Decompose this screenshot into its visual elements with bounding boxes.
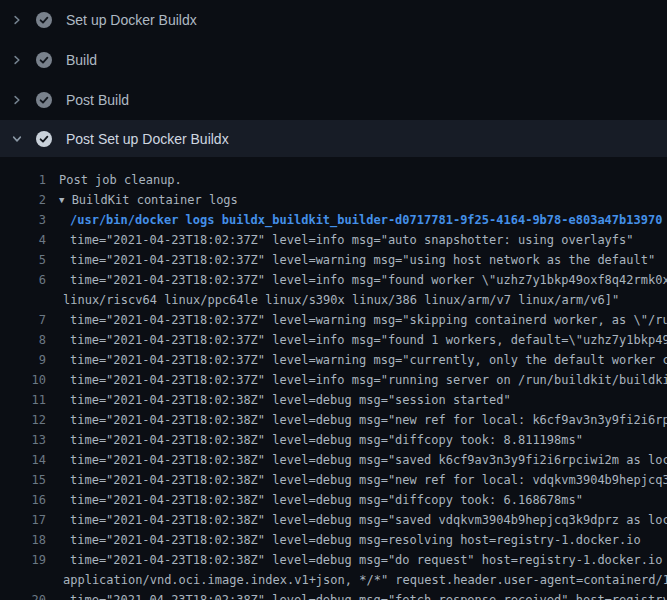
log-line: 1 Post job cleanup.	[0, 170, 667, 190]
log-line-text: /usr/bin/docker logs buildx_buildkit_bui…	[70, 210, 662, 230]
step-label: Build	[66, 52, 97, 68]
log-line-text: linux/riscv64 linux/ppc64le linux/s390x …	[63, 290, 619, 310]
check-circle-icon	[36, 131, 52, 147]
log-line-number[interactable]: 13	[0, 430, 46, 450]
log-line: 3 /usr/bin/docker logs buildx_buildkit_b…	[0, 210, 667, 230]
check-circle-icon	[36, 52, 52, 68]
log-line-text: time="2021-04-23T18:02:38Z" level=debug …	[70, 490, 583, 510]
log-line-text: time="2021-04-23T18:02:38Z" level=debug …	[70, 430, 583, 450]
log-line: 7 time="2021-04-23T18:02:37Z" level=warn…	[0, 310, 667, 330]
log-line-text: time="2021-04-23T18:02:37Z" level=info m…	[70, 270, 667, 290]
log-line-number[interactable]	[0, 570, 46, 590]
log-line-text: time="2021-04-23T18:02:37Z" level=info m…	[70, 230, 634, 250]
log-line-number[interactable]: 8	[0, 330, 46, 350]
log-line: 16 time="2021-04-23T18:02:38Z" level=deb…	[0, 490, 667, 510]
log-line-text: time="2021-04-23T18:02:37Z" level=info m…	[70, 330, 667, 350]
step-header[interactable]: Post Build	[0, 80, 667, 120]
log-line-text: time="2021-04-23T18:02:38Z" level=debug …	[70, 390, 511, 410]
log-line-number[interactable]: 12	[0, 410, 46, 430]
log-line-text: time="2021-04-23T18:02:37Z" level=info m…	[70, 370, 667, 390]
log-line: 12 time="2021-04-23T18:02:38Z" level=deb…	[0, 410, 667, 430]
log-line-number[interactable]: 4	[0, 230, 46, 250]
log-line-text: time="2021-04-23T18:02:37Z" level=warnin…	[70, 350, 667, 370]
log-line-text: time="2021-04-23T18:02:37Z" level=warnin…	[70, 310, 667, 330]
log-line-text: time="2021-04-23T18:02:38Z" level=debug …	[70, 410, 667, 430]
log-line: 6 time="2021-04-23T18:02:37Z" level=info…	[0, 270, 667, 290]
log-line-number[interactable]: 14	[0, 450, 46, 470]
log-line-text: time="2021-04-23T18:02:38Z" level=debug …	[70, 450, 667, 470]
log-line-text: time="2021-04-23T18:02:37Z" level=warnin…	[70, 250, 655, 270]
log-line: 14 time="2021-04-23T18:02:38Z" level=deb…	[0, 450, 667, 470]
log-line-number[interactable]: 7	[0, 310, 46, 330]
log-line-number[interactable]: 9	[0, 350, 46, 370]
log-line-number[interactable]: 10	[0, 370, 46, 390]
chevron-right-icon	[10, 13, 24, 27]
log-line-number[interactable]: 16	[0, 490, 46, 510]
log-line-text: time="2021-04-23T18:02:38Z" level=debug …	[70, 550, 667, 570]
chevron-down-icon	[10, 132, 24, 146]
step-header[interactable]: Set up Docker Buildx	[0, 0, 667, 40]
log-line-text: time="2021-04-23T18:02:38Z" level=debug …	[70, 590, 667, 600]
log-line: 10 time="2021-04-23T18:02:37Z" level=inf…	[0, 370, 667, 390]
log-line: 11 time="2021-04-23T18:02:38Z" level=deb…	[0, 390, 667, 410]
step-header[interactable]: Build	[0, 40, 667, 80]
log-line-number[interactable]: 18	[0, 530, 46, 550]
step-label: Post Build	[66, 92, 129, 108]
log-line-number[interactable]: 19	[0, 550, 46, 570]
log-line-number[interactable]: 11	[0, 390, 46, 410]
log-line: linux/riscv64 linux/ppc64le linux/s390x …	[0, 290, 667, 310]
step-header[interactable]: Post Set up Docker Buildx	[0, 120, 667, 157]
log-line-text: Post job cleanup.	[59, 170, 182, 190]
log-line: 2 ▼ BuildKit container logs	[0, 190, 667, 210]
log-line: 9 time="2021-04-23T18:02:37Z" level=warn…	[0, 350, 667, 370]
log-line: 8 time="2021-04-23T18:02:37Z" level=info…	[0, 330, 667, 350]
log-line: 5 time="2021-04-23T18:02:37Z" level=warn…	[0, 250, 667, 270]
log-line-text: time="2021-04-23T18:02:38Z" level=debug …	[70, 510, 667, 530]
log-line-number[interactable]: 17	[0, 510, 46, 530]
log-line: application/vnd.oci.image.index.v1+json,…	[0, 570, 667, 590]
actions-log-viewer: Set up Docker Buildx Build P	[0, 0, 667, 600]
log-line-number[interactable]: 6	[0, 270, 46, 290]
step-list: Set up Docker Buildx Build P	[0, 0, 667, 157]
log-line-number[interactable]: 1	[0, 170, 46, 190]
log-line-text: application/vnd.oci.image.index.v1+json,…	[63, 570, 667, 590]
group-toggle-icon[interactable]: ▼	[59, 190, 64, 210]
log-line: 18 time="2021-04-23T18:02:38Z" level=deb…	[0, 530, 667, 550]
log-line-text: time="2021-04-23T18:02:38Z" level=debug …	[70, 470, 667, 490]
log-line: 19 time="2021-04-23T18:02:38Z" level=deb…	[0, 550, 667, 570]
log-line-number[interactable]: 5	[0, 250, 46, 270]
log-panel: 1 Post job cleanup. 2 ▼ BuildKit contain…	[0, 170, 667, 600]
check-circle-icon	[36, 12, 52, 28]
log-line-number[interactable]: 3	[0, 210, 46, 230]
log-line-number[interactable]	[0, 290, 46, 310]
log-line: 20 time="2021-04-23T18:02:38Z" level=deb…	[0, 590, 667, 600]
chevron-right-icon	[10, 93, 24, 107]
log-line-text: ▼ BuildKit container logs	[59, 190, 238, 210]
log-line-number[interactable]: 20	[0, 590, 46, 600]
log-line: 17 time="2021-04-23T18:02:38Z" level=deb…	[0, 510, 667, 530]
log-line-number[interactable]: 15	[0, 470, 46, 490]
step-label: Post Set up Docker Buildx	[66, 131, 229, 147]
step-label: Set up Docker Buildx	[66, 12, 197, 28]
check-circle-icon	[36, 92, 52, 108]
log-line: 4 time="2021-04-23T18:02:37Z" level=info…	[0, 230, 667, 250]
chevron-right-icon	[10, 53, 24, 67]
log-line-number[interactable]: 2	[0, 190, 46, 210]
log-line: 15 time="2021-04-23T18:02:38Z" level=deb…	[0, 470, 667, 490]
log-line: 13 time="2021-04-23T18:02:38Z" level=deb…	[0, 430, 667, 450]
log-line-text: time="2021-04-23T18:02:38Z" level=debug …	[70, 530, 641, 550]
